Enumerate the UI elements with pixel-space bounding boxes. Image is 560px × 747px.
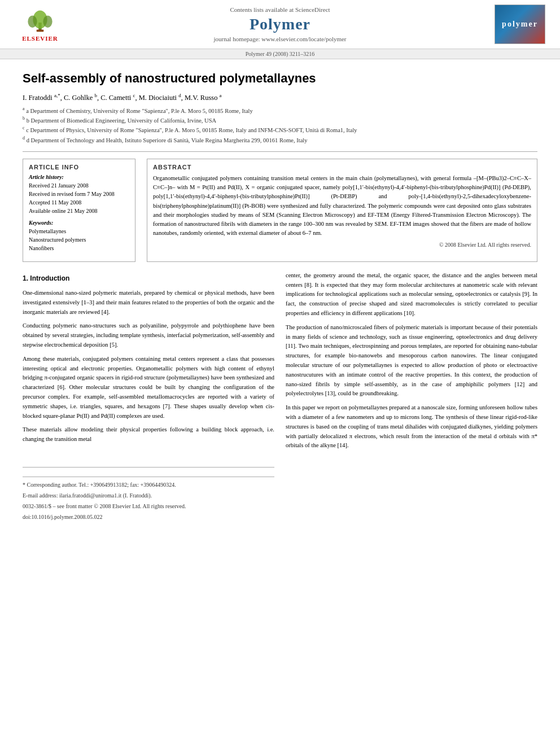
- two-column-body: 1. Introduction One-dimensional nano-siz…: [23, 271, 537, 523]
- svg-rect-5: [37, 29, 44, 32]
- accepted-date: Accepted 11 May 2008: [29, 198, 129, 207]
- footnote-section: * Corresponding author. Tel.: +390649913…: [23, 477, 274, 522]
- col-left: 1. Introduction One-dimensional nano-siz…: [23, 271, 274, 523]
- article-history-group: Article history: Received 21 January 200…: [29, 174, 129, 215]
- journal-header: ELSEVIER Contents lists available at Sci…: [0, 0, 560, 49]
- right-p3: In this paper we report on polymetallayn…: [286, 403, 537, 451]
- elsevier-label: ELSEVIER: [22, 35, 58, 42]
- svg-point-4: [43, 15, 52, 28]
- right-p1: center, the geometry around the metal, t…: [286, 271, 537, 318]
- divider: [23, 151, 537, 152]
- footnote-email: E-mail address: ilaria.fratoddi@uniroma1…: [23, 491, 274, 500]
- journal-title: Polymer: [250, 15, 310, 33]
- article-title: Self-assembly of nanostructured polymeta…: [23, 71, 537, 87]
- intro-p3: Among these materials, conjugated polyme…: [23, 355, 274, 421]
- intro-p1: One-dimensional nano-sized polymeric mat…: [23, 289, 274, 317]
- copyright-text: © 2008 Elsevier Ltd. All rights reserved…: [153, 242, 531, 248]
- polymer-logo-text: polymer: [502, 20, 538, 29]
- keyword-2: Nanostructured polymers: [29, 235, 129, 244]
- article-info-section: ARTICLE INFO Article history: Received 2…: [23, 159, 537, 262]
- polymer-logo-image: polymer: [495, 5, 545, 44]
- received-date: Received 21 January 2008: [29, 181, 129, 190]
- article-history-label: Article history:: [29, 174, 129, 180]
- journal-volume-info: Polymer 49 (2008) 3211–3216: [246, 51, 315, 57]
- online-date: Available online 21 May 2008: [29, 207, 129, 215]
- article-body: Self-assembly of nanostructured polymeta…: [0, 59, 560, 535]
- keyword-1: Polymetallaynes: [29, 227, 129, 235]
- affiliations: a a Department of Chemistry, University …: [23, 106, 537, 145]
- intro-p2: Conducting polymeric nano-structures suc…: [23, 321, 274, 350]
- col-right: center, the geometry around the metal, t…: [286, 271, 537, 523]
- keyword-3: Nanofibers: [29, 244, 129, 252]
- revised-date: Received in revised form 7 May 2008: [29, 190, 129, 198]
- page: ELSEVIER Contents lists available at Sci…: [0, 0, 560, 747]
- contents-available-text: Contents lists available at ScienceDirec…: [230, 6, 330, 13]
- right-p2: The production of nano/microscaled fiber…: [286, 323, 537, 399]
- journal-homepage: journal homepage: www.elsevier.com/locat…: [213, 36, 346, 42]
- abstract-panel: ABSTRACT Organometallic conjugated polym…: [147, 159, 537, 262]
- article-info-label: ARTICLE INFO: [29, 164, 129, 171]
- authors-line: I. Fratoddi a,*, C. Gohlke b, C. Cametti…: [23, 93, 537, 102]
- intro-heading: 1. Introduction: [23, 273, 274, 284]
- abstract-text: Organometallic conjugated polymers conta…: [153, 174, 531, 238]
- keywords-label: Keywords:: [29, 220, 129, 226]
- elsevier-icon: [20, 7, 60, 33]
- doi-bar: Polymer 49 (2008) 3211–3216: [0, 49, 560, 59]
- article-info-panel: ARTICLE INFO Article history: Received 2…: [23, 159, 135, 262]
- footnote-doi: doi:10.1016/j.polymer.2008.05.022: [23, 513, 274, 522]
- intro-p4: These materials allow modeling their phy…: [23, 425, 274, 444]
- journal-center: Contents lists available at ScienceDirec…: [71, 5, 489, 44]
- footnote-corresponding: * Corresponding author. Tel.: +390649913…: [23, 480, 274, 490]
- footnote-issn: 0032-3861/$ – see front matter © 2008 El…: [23, 502, 274, 511]
- footnote-divider: [23, 467, 274, 468]
- keywords-group: Keywords: Polymetallaynes Nanostructured…: [29, 220, 129, 252]
- polymer-logo-box: polymer: [489, 5, 551, 44]
- svg-point-3: [28, 15, 37, 28]
- abstract-label: ABSTRACT: [153, 164, 531, 171]
- footnote-area: * Corresponding author. Tel.: +390649913…: [23, 467, 274, 522]
- elsevier-logo: ELSEVIER: [9, 5, 71, 44]
